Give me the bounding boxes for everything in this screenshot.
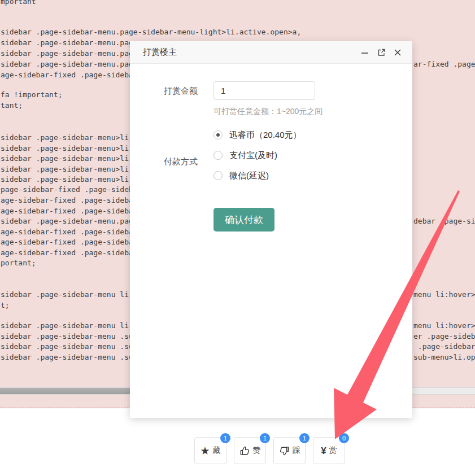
thumbs-up-icon <box>239 446 250 456</box>
code-line: age-sidebar-fixed .page-sidebar: <box>1 196 142 204</box>
code-line: ar-fixed .page-si <box>413 60 475 68</box>
payment-option[interactable]: 迅睿币（20.40元） <box>213 128 302 142</box>
window-controls <box>359 47 403 58</box>
code-line: sidebar .page-sidebar-menu.page- <box>1 38 142 47</box>
close-icon[interactable] <box>392 47 403 58</box>
code-line: age-sidebar-fixed .page-sidebar: <box>1 238 142 246</box>
page: mportantsidebar .page-sidebar-menu.page-… <box>0 0 475 476</box>
action-button-赏[interactable]: ¥赏0 <box>313 437 345 464</box>
reward-dialog: 打赏楼主 打赏金额 可打赏任意金额：1 <box>130 41 412 418</box>
code-line: menu li:hover>a <box>413 321 475 330</box>
payment-method-label: 付款方式 <box>164 156 198 167</box>
code-line: age-sidebar-fixed .page-sidebar: <box>1 248 142 257</box>
code-line: sidebar .page-sidebar-menu.page- <box>1 49 142 58</box>
code-line: er .page-sideba <box>413 332 475 340</box>
radio-button[interactable] <box>213 151 223 160</box>
code-line: tant; <box>1 101 23 110</box>
amount-input[interactable] <box>213 81 315 100</box>
code-line: menu li:hover>a <box>413 290 475 299</box>
code-line: mportant <box>1 0 36 6</box>
code-line: sidebar .page-sidebar-menu.page- <box>1 60 142 68</box>
action-label: 藏 <box>213 446 221 456</box>
action-button-踩[interactable]: 踩1 <box>273 437 306 464</box>
amount-label: 打赏金额 <box>164 86 198 97</box>
code-line: sidebar .page-sidebar-menu>li.ac <box>1 175 142 184</box>
action-label: 踩 <box>293 446 300 456</box>
amount-hint: 可打赏任意金额：1~200元之间 <box>213 107 323 117</box>
payment-option[interactable]: 支付宝(及时) <box>213 149 302 162</box>
star-icon: ★ <box>200 446 210 456</box>
confirm-payment-button[interactable]: 确认付款 <box>213 208 274 232</box>
action-button-赞[interactable]: 赞1 <box>234 437 266 464</box>
code-line: t; <box>1 301 10 309</box>
dialog-body: 打赏金额 可打赏任意金额：1~200元之间 付款方式 迅睿币（20.40元）支付… <box>130 64 412 417</box>
maximize-icon[interactable] <box>376 47 387 58</box>
code-line: sub-menu>li.ope <box>413 353 475 361</box>
payment-options: 迅睿币（20.40元）支付宝(及时)微信(延迟) <box>213 128 302 189</box>
code-line: fa !important; <box>1 90 63 99</box>
radio-button[interactable] <box>213 171 223 180</box>
action-count-badge: 0 <box>339 433 349 443</box>
payment-option[interactable]: 微信(延迟) <box>213 169 302 182</box>
code-line: sidebar .page-sidebar-menu .sub- <box>1 342 142 351</box>
code-line: page-sidebar-fixed .page-sidebar: <box>1 185 146 194</box>
code-line: age-sidebar-fixed .page-sidebar: <box>1 207 142 215</box>
code-line: sidebar .page-sidebar-menu>li.ac <box>1 154 142 163</box>
code-line: sidebar .page-sidebar-menu>li.ac <box>1 133 142 142</box>
code-line: sidebar .page-sidebar-menu>li.ac <box>1 144 142 152</box>
code-line: sidebar .page-sidebar-menu .sub- <box>1 332 142 340</box>
action-button-藏[interactable]: ★藏1 <box>194 437 226 464</box>
code-line: .page-sidebar-m <box>413 342 475 351</box>
radio-label: 迅睿币（20.40元） <box>229 130 302 141</box>
yen-icon: ¥ <box>321 446 326 456</box>
code-line: sidebar .page-sidebar-menu>li.ac <box>1 165 142 173</box>
code-line: sidebar .page-sidebar-menu li:ho <box>1 290 142 299</box>
code-line: sidebar .page-sidebar-menu .sub- <box>1 353 142 361</box>
minimize-icon[interactable] <box>359 47 371 58</box>
code-line: sidebar .page-sidebar-menu.page- <box>1 217 142 225</box>
code-line: age-sidebar-fixed .page-sidebar: <box>1 228 142 236</box>
dialog-title: 打赏楼主 <box>143 47 177 58</box>
radio-label: 支付宝(及时) <box>229 150 277 161</box>
action-label: 赞 <box>253 446 261 456</box>
code-line: age-sidebar-fixed .page-sidebar: <box>1 71 142 79</box>
code-line: sidebar .page-sidebar-menu.page-sidebar-… <box>1 28 301 36</box>
action-count-badge: 1 <box>220 433 230 443</box>
dialog-header: 打赏楼主 <box>130 41 412 64</box>
action-count-badge: 1 <box>299 433 310 443</box>
radio-button[interactable] <box>213 130 223 139</box>
actions-bar: ★藏1赞1踩1¥赏0 <box>194 437 345 464</box>
thumbs-down-icon <box>279 446 290 456</box>
action-count-badge: 1 <box>260 433 270 443</box>
code-line: portant; <box>1 259 36 267</box>
radio-label: 微信(延迟) <box>229 171 269 181</box>
action-label: 赏 <box>329 446 337 456</box>
code-line: sidebar .page-sidebar-menu li:ho <box>1 321 142 330</box>
code-line: debar .page-sideb <box>413 217 475 225</box>
